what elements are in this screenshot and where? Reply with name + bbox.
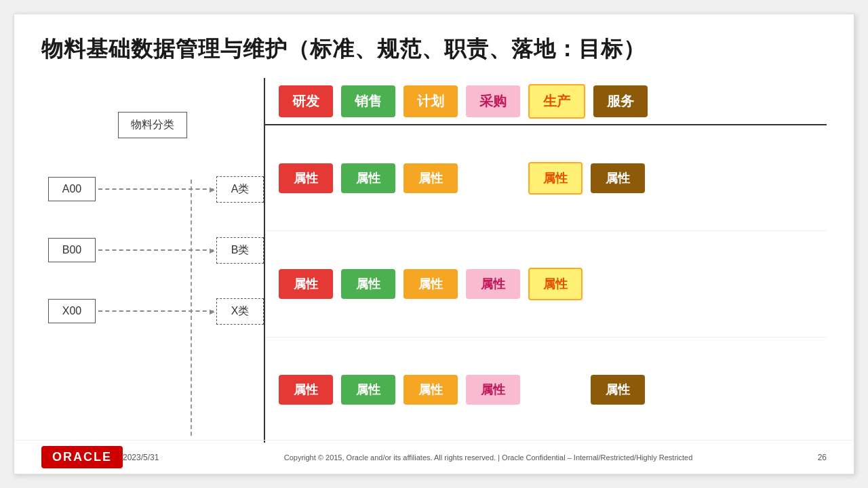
attr-a-sales: 属性: [341, 163, 395, 193]
header-badge-plan: 计划: [403, 85, 458, 117]
attr-x-sales: 属性: [341, 375, 395, 405]
attr-a-service: 属性: [591, 163, 645, 193]
arrow-x00: [98, 310, 214, 312]
data-rows: 属性 属性 属性 属性 属性 属性 属性 属性 属性 属性: [265, 125, 827, 443]
footer-copyright: Copyright © 2015, Oracle and/or its affi…: [172, 453, 804, 462]
attr-b-production: 属性: [528, 268, 583, 300]
code-a00: A00: [48, 177, 96, 201]
header-badge-service: 服务: [593, 85, 648, 117]
attr-x-purchase: 属性: [466, 375, 520, 405]
oracle-logo-text: ORACLE: [52, 450, 112, 464]
header-badge-rd: 研发: [279, 85, 333, 117]
right-panel: 研发 销售 计划 采购 生产 服务 属性 属性 属性 属性 属性: [265, 78, 827, 443]
left-row-x00: X00 X类: [41, 281, 264, 342]
vertical-dashed-connector: [191, 180, 192, 436]
arrow-a00: [98, 188, 214, 190]
left-panel: 物料分类 A00 A类 B00 B类: [41, 78, 265, 443]
header-badge-production: 生产: [528, 84, 585, 119]
attr-a-plan: 属性: [403, 163, 458, 193]
arrow-b00: [98, 249, 214, 251]
attr-b-purchase: 属性: [466, 269, 520, 299]
left-row-a00: A00 A类: [41, 159, 264, 220]
class-a00: A类: [216, 176, 264, 203]
page-title: 物料基础数据管理与维护（标准、规范、职责、落地：目标）: [41, 35, 827, 64]
attr-x-service: 属性: [591, 375, 645, 405]
attr-b-sales: 属性: [341, 269, 395, 299]
category-root: 物料分类: [41, 112, 264, 138]
attr-a-rd: 属性: [279, 163, 333, 193]
left-row-b00: B00 B类: [41, 220, 264, 281]
attr-x-plan: 属性: [403, 375, 458, 405]
oracle-logo: ORACLE: [41, 446, 123, 468]
code-b00: B00: [48, 238, 96, 262]
header-badge-sales: 销售: [341, 85, 395, 117]
data-row-b: 属性 属性 属性 属性 属性: [265, 231, 827, 337]
data-row-x: 属性 属性 属性 属性 属性: [265, 338, 827, 443]
attr-x-rd: 属性: [279, 375, 333, 405]
attr-b-plan: 属性: [403, 269, 458, 299]
slide: 物料基础数据管理与维护（标准、规范、职责、落地：目标） 物料分类 A00 A类 …: [14, 14, 854, 474]
header-row: 研发 销售 计划 采购 生产 服务: [265, 78, 827, 125]
left-rows: A00 A类 B00 B类 X00 X类: [41, 159, 264, 342]
attr-b-rd: 属性: [279, 269, 333, 299]
class-x00: X类: [216, 298, 264, 325]
class-b00: B类: [216, 237, 264, 264]
code-x00: X00: [48, 299, 96, 323]
footer: ORACLE 2023/5/31 Copyright © 2015, Oracl…: [14, 440, 854, 474]
footer-page: 26: [818, 453, 827, 462]
data-row-a: 属性 属性 属性 属性 属性: [265, 125, 827, 231]
header-badge-purchase: 采购: [466, 85, 520, 117]
footer-date: 2023/5/31: [123, 453, 159, 462]
main-content: 物料分类 A00 A类 B00 B类: [41, 78, 827, 443]
root-category-box: 物料分类: [118, 112, 187, 138]
attr-a-production: 属性: [528, 162, 583, 195]
